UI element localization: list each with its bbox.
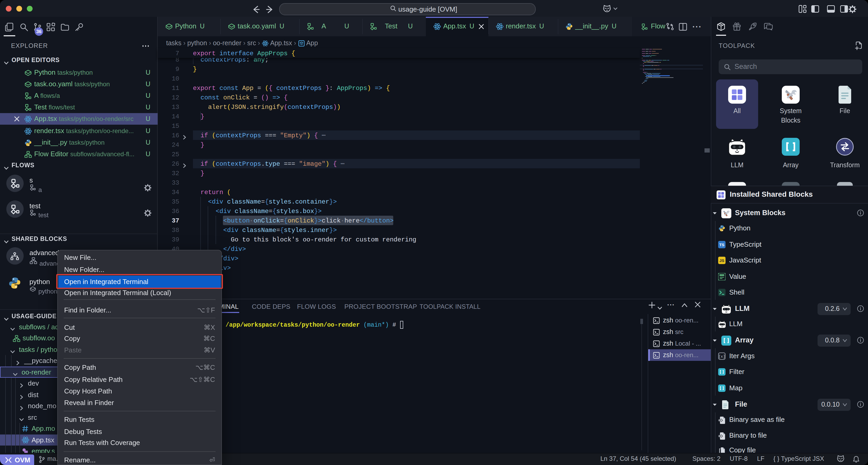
svg-text:JS: JS — [719, 258, 724, 262]
svg-text:[x]: [x] — [718, 354, 725, 358]
svg-text:TS: TS — [719, 242, 724, 247]
